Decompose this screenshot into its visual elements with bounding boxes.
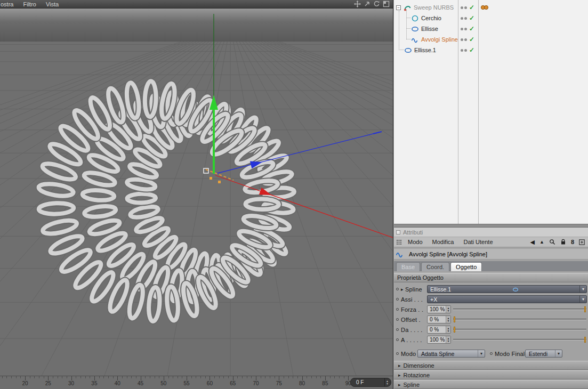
maximize-view-icon[interactable] bbox=[383, 1, 390, 7]
anim-dot-icon[interactable] bbox=[396, 318, 399, 321]
da-spinner[interactable]: 0 %▲▼ bbox=[427, 326, 451, 334]
menu-modifica[interactable]: Modifica bbox=[429, 239, 458, 245]
pan-icon[interactable] bbox=[354, 1, 361, 7]
visibility-dots[interactable] bbox=[461, 13, 467, 23]
menu-filtro[interactable]: Filtro bbox=[18, 1, 41, 7]
search-icon[interactable] bbox=[549, 239, 555, 245]
timeline-ruler[interactable]: 202530354045505560657075808590 0 F ▲▼ bbox=[0, 376, 393, 389]
da-slider[interactable] bbox=[453, 326, 586, 334]
chevron-down-icon[interactable]: ▾ bbox=[579, 296, 586, 303]
section-header-label: Proprietà Oggetto bbox=[397, 274, 444, 281]
enable-check-icon[interactable]: ✓ bbox=[469, 23, 474, 34]
row-spline: ▸ Spline Ellisse.1 ▾ bbox=[394, 284, 588, 294]
section-rotazione[interactable]: ▸ Rotazione bbox=[394, 370, 588, 379]
offset-spinner[interactable]: 0 %▲▼ bbox=[427, 315, 451, 323]
row-a: A . . . . . 100 %▲▼ bbox=[394, 335, 588, 345]
object-label[interactable]: Avvolgi Spline bbox=[421, 36, 458, 43]
slider-handle[interactable] bbox=[584, 306, 586, 312]
object-row-cerchio[interactable]: Cerchio bbox=[410, 13, 441, 23]
add-panel-icon[interactable] bbox=[579, 239, 585, 245]
modo-dropdown[interactable]: Adatta Spline ▾ bbox=[417, 350, 485, 358]
object-row-ellisse[interactable]: Ellisse bbox=[410, 23, 438, 34]
anim-dot-icon[interactable] bbox=[396, 338, 399, 341]
row-forza: Forza . . 100 %▲▼ bbox=[394, 304, 588, 314]
assi-dropdown[interactable]: +X ▾ bbox=[427, 295, 587, 303]
menu-dati-utente[interactable]: Dati Utente bbox=[460, 239, 497, 245]
dock-icon[interactable] bbox=[396, 230, 400, 234]
attributes-titlebar[interactable]: Attributi bbox=[394, 228, 588, 237]
attributes-title: Attributi bbox=[403, 229, 423, 236]
section-label: Dimensione bbox=[404, 362, 434, 369]
chevron-down-icon[interactable]: ▾ bbox=[478, 350, 485, 357]
stepper-arrows-icon[interactable]: ▲▼ bbox=[446, 316, 450, 323]
section-dimensione[interactable]: ▸ Dimensione bbox=[394, 361, 588, 370]
frame-stepper[interactable]: ▲▼ bbox=[384, 378, 391, 386]
tab-oggetto[interactable]: Oggetto bbox=[450, 262, 482, 271]
bridge-icon[interactable]: 8 bbox=[571, 239, 574, 245]
section-header-proprieta-oggetto[interactable]: Proprietà Oggetto bbox=[394, 273, 588, 282]
spline-link-field[interactable]: Ellisse.1 ▾ bbox=[427, 285, 587, 293]
visibility-dots[interactable] bbox=[461, 45, 467, 55]
panel-splitter[interactable] bbox=[394, 224, 588, 228]
forza-spinner[interactable]: 100 %▲▼ bbox=[427, 305, 451, 313]
expander-icon[interactable]: − bbox=[396, 5, 401, 10]
section-spline[interactable]: ▸ Spline bbox=[394, 380, 588, 389]
panel-grid-icon[interactable] bbox=[396, 239, 402, 245]
a-slider[interactable] bbox=[453, 336, 586, 344]
object-row-sweep-nurbs[interactable]: − Sweep NURBS bbox=[396, 2, 454, 13]
modo-finale-label: Modo Finale bbox=[495, 351, 528, 357]
circle-spline-icon bbox=[410, 14, 419, 22]
slider-handle[interactable] bbox=[584, 337, 586, 343]
viewport-3d-scene[interactable] bbox=[0, 9, 393, 376]
collapse-arrow-icon: ▸ bbox=[398, 363, 401, 368]
tab-coord[interactable]: Coord. bbox=[421, 262, 449, 271]
chevron-down-icon[interactable]: ▾ bbox=[555, 350, 562, 357]
enable-check-icon[interactable]: ✓ bbox=[469, 2, 474, 13]
slider-handle[interactable] bbox=[454, 317, 455, 322]
lock-icon[interactable] bbox=[560, 239, 566, 245]
anim-dot-icon[interactable] bbox=[396, 288, 399, 290]
enable-check-icon[interactable]: ✓ bbox=[469, 45, 474, 55]
a-spinner[interactable]: 100 %▲▼ bbox=[427, 336, 451, 344]
object-row-avvolgi-spline[interactable]: Avvolgi Spline bbox=[410, 34, 458, 45]
visibility-dots[interactable] bbox=[461, 34, 467, 45]
anim-dot-icon[interactable] bbox=[396, 352, 399, 355]
object-label[interactable]: Ellisse.1 bbox=[414, 47, 436, 53]
tree-line bbox=[406, 39, 410, 39]
menu-modo[interactable]: Modo bbox=[404, 239, 426, 245]
object-label[interactable]: Ellisse bbox=[421, 26, 438, 32]
current-frame-field[interactable]: 0 F ▲▼ bbox=[350, 378, 391, 387]
offset-slider[interactable] bbox=[453, 315, 586, 323]
enable-check-icon[interactable]: ✓ bbox=[469, 34, 474, 45]
history-back-icon[interactable]: ◀ bbox=[530, 239, 534, 246]
visibility-dots[interactable] bbox=[461, 2, 467, 13]
anim-dot-icon[interactable] bbox=[396, 298, 399, 301]
orange-tag-icon[interactable] bbox=[480, 2, 489, 13]
anim-dot-icon[interactable] bbox=[490, 352, 493, 355]
expand-arrow-icon[interactable]: ▸ bbox=[401, 287, 405, 292]
object-label[interactable]: Cerchio bbox=[421, 15, 441, 21]
offset-label: Offset . bbox=[401, 317, 421, 323]
stepper-arrows-icon[interactable]: ▲▼ bbox=[446, 306, 450, 313]
forza-slider[interactable] bbox=[453, 305, 586, 313]
stepper-arrows-icon[interactable]: ▲▼ bbox=[446, 326, 450, 333]
history-up-icon[interactable]: ▲ bbox=[539, 239, 544, 245]
object-label[interactable]: Sweep NURBS bbox=[414, 4, 454, 11]
tab-base[interactable]: Base bbox=[396, 262, 420, 271]
rotate-icon[interactable] bbox=[373, 1, 380, 7]
slider-handle[interactable] bbox=[454, 327, 455, 333]
enable-check-icon[interactable]: ✓ bbox=[469, 13, 474, 23]
chevron-down-icon[interactable]: ▾ bbox=[579, 286, 586, 293]
anim-dot-icon[interactable] bbox=[396, 328, 399, 331]
collapse-arrow-icon: ▸ bbox=[398, 372, 401, 378]
menu-vista[interactable]: Vista bbox=[41, 1, 63, 7]
menu-mostra[interactable]: ostra bbox=[0, 1, 18, 7]
modo-finale-dropdown[interactable]: Estendi ▾ bbox=[525, 350, 562, 358]
selected-object-header: Avvolgi Spline [Avvolgi Spline] bbox=[394, 249, 588, 260]
visibility-dots[interactable] bbox=[461, 23, 467, 34]
object-row-ellisse-1[interactable]: Ellisse.1 bbox=[404, 45, 436, 55]
zoom-icon[interactable] bbox=[364, 1, 370, 7]
tree-line bbox=[399, 11, 399, 50]
stepper-arrows-icon[interactable]: ▲▼ bbox=[446, 336, 450, 343]
anim-dot-icon[interactable] bbox=[396, 308, 399, 311]
